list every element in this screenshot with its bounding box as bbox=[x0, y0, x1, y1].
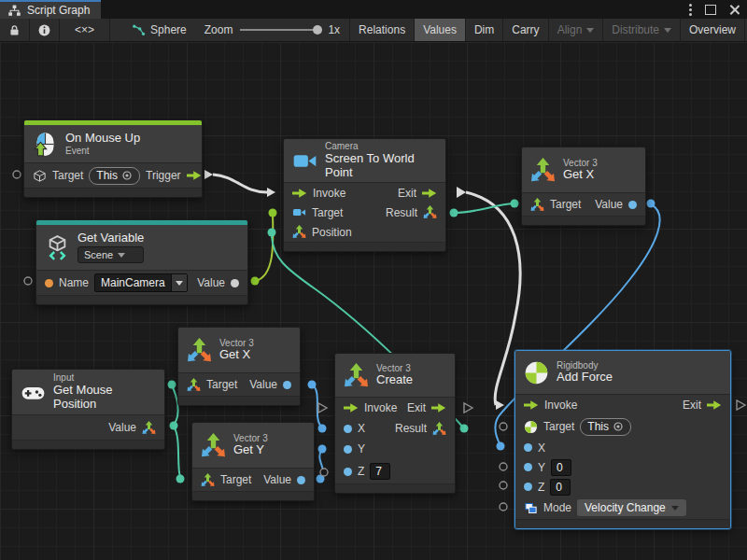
this-object-field[interactable]: This bbox=[580, 418, 631, 436]
close-icon[interactable] bbox=[729, 5, 740, 15]
flow-arrow-icon bbox=[431, 403, 446, 413]
vector3-icon bbox=[530, 158, 556, 183]
node-create-vector3[interactable]: Vector 3 Create Invoke Exit X Result Y bbox=[334, 353, 456, 494]
name-port-dot[interactable] bbox=[45, 279, 53, 287]
relations-button[interactable]: Relations bbox=[350, 19, 415, 41]
chevron-down-icon bbox=[671, 506, 679, 511]
variable-scope-dropdown[interactable]: Scene bbox=[78, 246, 144, 263]
value-port[interactable]: Value bbox=[197, 276, 225, 289]
menu-kebab-icon[interactable] bbox=[689, 4, 692, 16]
align-button[interactable]: Align bbox=[549, 19, 604, 41]
z-value-field[interactable]: 7 bbox=[370, 463, 390, 480]
y-port-dot[interactable] bbox=[344, 445, 352, 454]
port-row: Value bbox=[12, 415, 164, 440]
camera-icon bbox=[292, 148, 317, 174]
x-port-dot[interactable] bbox=[344, 425, 352, 433]
port-row: Target Result bbox=[284, 203, 445, 222]
y-value-field[interactable]: 0 bbox=[551, 459, 571, 476]
variable-name-dropdown[interactable]: MainCamera bbox=[94, 273, 188, 292]
values-button[interactable]: Values bbox=[415, 19, 466, 41]
distribute-button[interactable]: Distribute bbox=[603, 19, 681, 41]
exit-port[interactable]: Exit bbox=[407, 401, 426, 414]
this-object-field[interactable]: This bbox=[89, 167, 140, 185]
port-row: Target Value bbox=[192, 469, 314, 491]
value-port-dot[interactable] bbox=[628, 201, 637, 209]
port-row: Invoke Exit bbox=[515, 395, 730, 415]
value-port[interactable]: Value bbox=[595, 198, 623, 211]
graph-icon bbox=[7, 4, 21, 18]
carry-button[interactable]: Carry bbox=[503, 19, 548, 41]
target-port[interactable]: Target bbox=[220, 473, 251, 486]
value-port-dot[interactable] bbox=[283, 381, 291, 389]
exit-port[interactable]: Exit bbox=[398, 187, 416, 200]
breadcrumb-label: Sphere bbox=[150, 23, 187, 36]
collapse-button[interactable]: <×> bbox=[60, 19, 110, 41]
value-port-dot[interactable] bbox=[297, 476, 305, 484]
enum-icon bbox=[524, 501, 538, 515]
object-picker-icon[interactable] bbox=[121, 170, 133, 181]
target-port[interactable]: Target bbox=[52, 169, 83, 182]
camera-icon bbox=[292, 205, 306, 219]
tab-script-graph[interactable]: Script Graph bbox=[0, 0, 101, 19]
x-port-dot[interactable] bbox=[524, 443, 532, 452]
node-on-mouse-up[interactable]: On Mouse Up Event Target This Trigger bbox=[23, 119, 203, 198]
x-port: X bbox=[358, 422, 365, 435]
node-subtitle: Event bbox=[65, 146, 140, 157]
node-title: On Mouse Up bbox=[65, 132, 140, 146]
node-footer bbox=[522, 216, 645, 225]
node-get-x-top[interactable]: Vector 3 Get X Target Value bbox=[521, 147, 646, 226]
flow-arrow-icon bbox=[707, 400, 722, 410]
value-port[interactable]: Value bbox=[263, 473, 291, 486]
node-title: Create bbox=[376, 373, 413, 387]
port-row: Z 0 bbox=[515, 477, 730, 497]
value-port[interactable]: Value bbox=[249, 378, 277, 391]
result-port[interactable]: Result bbox=[386, 206, 417, 219]
node-screen-to-world-point[interactable]: Camera Screen To World Point Invoke Exit… bbox=[283, 138, 446, 252]
breadcrumb[interactable]: Sphere bbox=[123, 19, 195, 41]
node-add-force[interactable]: Rigidbody Add Force Invoke Exit Target T… bbox=[514, 350, 731, 529]
zoom-value: 1x bbox=[328, 23, 340, 36]
z-value-field[interactable]: 0 bbox=[550, 479, 571, 496]
object-picker-icon[interactable] bbox=[613, 421, 624, 432]
y-port: Y bbox=[538, 461, 545, 474]
zoom-slider[interactable] bbox=[240, 29, 320, 31]
node-title: Add Force bbox=[557, 371, 613, 385]
node-title: Get Variable bbox=[78, 231, 144, 245]
position-port[interactable]: Position bbox=[312, 226, 352, 239]
node-get-mouse-position[interactable]: Input Get Mouse Position Value bbox=[11, 369, 165, 450]
invoke-port[interactable]: Invoke bbox=[544, 399, 577, 412]
dim-button[interactable]: Dim bbox=[466, 19, 503, 41]
mode-dropdown[interactable]: Velocity Change bbox=[577, 499, 686, 516]
node-get-x[interactable]: Vector 3 Get X Target Value bbox=[177, 327, 301, 406]
inspect-button[interactable] bbox=[30, 19, 60, 41]
z-port-dot[interactable] bbox=[524, 483, 532, 491]
invoke-port[interactable]: Invoke bbox=[364, 401, 397, 414]
z-port: Z bbox=[538, 481, 544, 494]
x-port: X bbox=[538, 441, 545, 455]
z-port-dot[interactable] bbox=[344, 468, 352, 476]
target-port[interactable]: Target bbox=[543, 420, 574, 433]
node-get-variable[interactable]: Get Variable Scene Name MainCamera Value bbox=[35, 219, 248, 305]
overview-button[interactable]: Overview bbox=[681, 19, 745, 41]
target-port[interactable]: Target bbox=[550, 198, 581, 211]
port-row: Y 0 bbox=[515, 457, 730, 477]
y-port-dot[interactable] bbox=[524, 463, 532, 471]
value-port[interactable]: Value bbox=[108, 421, 136, 434]
node-footer bbox=[515, 519, 730, 528]
vector3-icon bbox=[201, 473, 215, 487]
zoom-slider-knob[interactable] bbox=[313, 25, 322, 35]
target-port[interactable]: Target bbox=[312, 206, 343, 219]
value-port-dot[interactable] bbox=[231, 279, 239, 287]
flow-arrow-icon bbox=[422, 189, 437, 198]
z-port: Z bbox=[358, 465, 364, 478]
maximize-icon[interactable] bbox=[705, 5, 716, 15]
target-port[interactable]: Target bbox=[206, 378, 237, 391]
port-row: Name MainCamera Value bbox=[36, 271, 247, 295]
lock-button[interactable] bbox=[0, 19, 30, 41]
invoke-port[interactable]: Invoke bbox=[313, 187, 345, 200]
result-port[interactable]: Result bbox=[395, 422, 427, 435]
trigger-port[interactable]: Trigger bbox=[146, 169, 181, 182]
port-row: Position bbox=[284, 222, 445, 242]
exit-port[interactable]: Exit bbox=[683, 399, 701, 412]
node-get-y[interactable]: Vector 3 Get Y Target Value bbox=[191, 422, 315, 501]
